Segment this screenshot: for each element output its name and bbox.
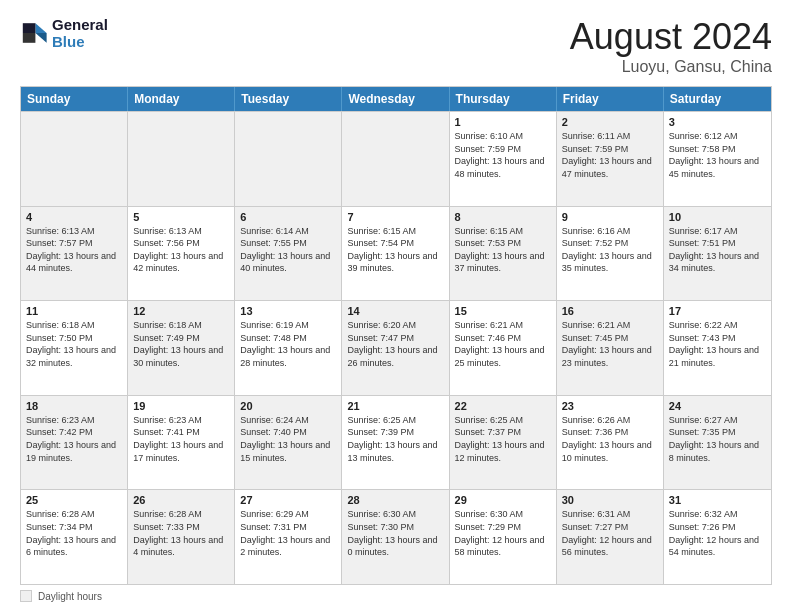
calendar-week-4: 18Sunrise: 6:23 AM Sunset: 7:42 PM Dayli… — [21, 395, 771, 490]
weekday-header-friday: Friday — [557, 87, 664, 111]
calendar-cell — [128, 112, 235, 206]
calendar-cell: 30Sunrise: 6:31 AM Sunset: 7:27 PM Dayli… — [557, 490, 664, 584]
calendar-cell: 29Sunrise: 6:30 AM Sunset: 7:29 PM Dayli… — [450, 490, 557, 584]
calendar-cell — [235, 112, 342, 206]
day-number: 30 — [562, 494, 658, 506]
calendar-cell: 24Sunrise: 6:27 AM Sunset: 7:35 PM Dayli… — [664, 396, 771, 490]
calendar-cell: 15Sunrise: 6:21 AM Sunset: 7:46 PM Dayli… — [450, 301, 557, 395]
day-number: 14 — [347, 305, 443, 317]
calendar-cell: 25Sunrise: 6:28 AM Sunset: 7:34 PM Dayli… — [21, 490, 128, 584]
day-info: Sunrise: 6:24 AM Sunset: 7:40 PM Dayligh… — [240, 414, 336, 464]
svg-rect-3 — [23, 33, 36, 43]
calendar-cell: 11Sunrise: 6:18 AM Sunset: 7:50 PM Dayli… — [21, 301, 128, 395]
calendar-cell: 1Sunrise: 6:10 AM Sunset: 7:59 PM Daylig… — [450, 112, 557, 206]
day-info: Sunrise: 6:18 AM Sunset: 7:50 PM Dayligh… — [26, 319, 122, 369]
day-number: 24 — [669, 400, 766, 412]
day-number: 19 — [133, 400, 229, 412]
day-number: 21 — [347, 400, 443, 412]
day-number: 9 — [562, 211, 658, 223]
calendar: SundayMondayTuesdayWednesdayThursdayFrid… — [20, 86, 772, 585]
day-number: 3 — [669, 116, 766, 128]
day-info: Sunrise: 6:13 AM Sunset: 7:57 PM Dayligh… — [26, 225, 122, 275]
calendar-week-3: 11Sunrise: 6:18 AM Sunset: 7:50 PM Dayli… — [21, 300, 771, 395]
weekday-header-saturday: Saturday — [664, 87, 771, 111]
calendar-cell — [342, 112, 449, 206]
day-number: 13 — [240, 305, 336, 317]
calendar-cell: 23Sunrise: 6:26 AM Sunset: 7:36 PM Dayli… — [557, 396, 664, 490]
calendar-cell: 22Sunrise: 6:25 AM Sunset: 7:37 PM Dayli… — [450, 396, 557, 490]
day-info: Sunrise: 6:15 AM Sunset: 7:54 PM Dayligh… — [347, 225, 443, 275]
calendar-cell: 5Sunrise: 6:13 AM Sunset: 7:56 PM Daylig… — [128, 207, 235, 301]
footer-note: Daylight hours — [20, 590, 772, 602]
day-number: 23 — [562, 400, 658, 412]
calendar-cell: 13Sunrise: 6:19 AM Sunset: 7:48 PM Dayli… — [235, 301, 342, 395]
day-info: Sunrise: 6:10 AM Sunset: 7:59 PM Dayligh… — [455, 130, 551, 180]
logo: General Blue — [20, 16, 108, 50]
day-info: Sunrise: 6:31 AM Sunset: 7:27 PM Dayligh… — [562, 508, 658, 558]
day-number: 2 — [562, 116, 658, 128]
day-info: Sunrise: 6:28 AM Sunset: 7:33 PM Dayligh… — [133, 508, 229, 558]
calendar-header: SundayMondayTuesdayWednesdayThursdayFrid… — [21, 87, 771, 111]
calendar-week-5: 25Sunrise: 6:28 AM Sunset: 7:34 PM Dayli… — [21, 489, 771, 584]
day-number: 31 — [669, 494, 766, 506]
day-number: 4 — [26, 211, 122, 223]
logo-icon — [20, 19, 48, 47]
calendar-cell: 10Sunrise: 6:17 AM Sunset: 7:51 PM Dayli… — [664, 207, 771, 301]
day-info: Sunrise: 6:22 AM Sunset: 7:43 PM Dayligh… — [669, 319, 766, 369]
day-info: Sunrise: 6:13 AM Sunset: 7:56 PM Dayligh… — [133, 225, 229, 275]
day-number: 22 — [455, 400, 551, 412]
weekday-header-monday: Monday — [128, 87, 235, 111]
day-info: Sunrise: 6:25 AM Sunset: 7:39 PM Dayligh… — [347, 414, 443, 464]
day-number: 1 — [455, 116, 551, 128]
calendar-cell: 6Sunrise: 6:14 AM Sunset: 7:55 PM Daylig… — [235, 207, 342, 301]
calendar-cell: 31Sunrise: 6:32 AM Sunset: 7:26 PM Dayli… — [664, 490, 771, 584]
day-number: 29 — [455, 494, 551, 506]
shaded-box — [20, 590, 32, 602]
day-number: 28 — [347, 494, 443, 506]
day-info: Sunrise: 6:23 AM Sunset: 7:42 PM Dayligh… — [26, 414, 122, 464]
day-number: 7 — [347, 211, 443, 223]
calendar-cell: 21Sunrise: 6:25 AM Sunset: 7:39 PM Dayli… — [342, 396, 449, 490]
calendar-cell: 19Sunrise: 6:23 AM Sunset: 7:41 PM Dayli… — [128, 396, 235, 490]
day-number: 18 — [26, 400, 122, 412]
day-info: Sunrise: 6:30 AM Sunset: 7:29 PM Dayligh… — [455, 508, 551, 558]
day-info: Sunrise: 6:25 AM Sunset: 7:37 PM Dayligh… — [455, 414, 551, 464]
day-number: 15 — [455, 305, 551, 317]
calendar-cell: 26Sunrise: 6:28 AM Sunset: 7:33 PM Dayli… — [128, 490, 235, 584]
day-info: Sunrise: 6:32 AM Sunset: 7:26 PM Dayligh… — [669, 508, 766, 558]
day-number: 25 — [26, 494, 122, 506]
calendar-week-2: 4Sunrise: 6:13 AM Sunset: 7:57 PM Daylig… — [21, 206, 771, 301]
calendar-cell: 2Sunrise: 6:11 AM Sunset: 7:59 PM Daylig… — [557, 112, 664, 206]
day-info: Sunrise: 6:20 AM Sunset: 7:47 PM Dayligh… — [347, 319, 443, 369]
day-info: Sunrise: 6:23 AM Sunset: 7:41 PM Dayligh… — [133, 414, 229, 464]
day-number: 8 — [455, 211, 551, 223]
calendar-week-1: 1Sunrise: 6:10 AM Sunset: 7:59 PM Daylig… — [21, 111, 771, 206]
calendar-cell: 20Sunrise: 6:24 AM Sunset: 7:40 PM Dayli… — [235, 396, 342, 490]
calendar-cell: 4Sunrise: 6:13 AM Sunset: 7:57 PM Daylig… — [21, 207, 128, 301]
footer-label: Daylight hours — [38, 591, 102, 602]
day-number: 20 — [240, 400, 336, 412]
day-info: Sunrise: 6:16 AM Sunset: 7:52 PM Dayligh… — [562, 225, 658, 275]
logo-text: General Blue — [52, 16, 108, 50]
day-info: Sunrise: 6:29 AM Sunset: 7:31 PM Dayligh… — [240, 508, 336, 558]
day-info: Sunrise: 6:12 AM Sunset: 7:58 PM Dayligh… — [669, 130, 766, 180]
calendar-cell: 9Sunrise: 6:16 AM Sunset: 7:52 PM Daylig… — [557, 207, 664, 301]
month-title: August 2024 — [570, 16, 772, 58]
day-info: Sunrise: 6:18 AM Sunset: 7:49 PM Dayligh… — [133, 319, 229, 369]
svg-marker-0 — [35, 23, 46, 33]
title-block: August 2024 Luoyu, Gansu, China — [570, 16, 772, 76]
day-number: 12 — [133, 305, 229, 317]
day-info: Sunrise: 6:15 AM Sunset: 7:53 PM Dayligh… — [455, 225, 551, 275]
day-info: Sunrise: 6:17 AM Sunset: 7:51 PM Dayligh… — [669, 225, 766, 275]
weekday-header-wednesday: Wednesday — [342, 87, 449, 111]
calendar-cell: 3Sunrise: 6:12 AM Sunset: 7:58 PM Daylig… — [664, 112, 771, 206]
calendar-cell: 12Sunrise: 6:18 AM Sunset: 7:49 PM Dayli… — [128, 301, 235, 395]
svg-rect-2 — [23, 23, 36, 33]
calendar-cell: 17Sunrise: 6:22 AM Sunset: 7:43 PM Dayli… — [664, 301, 771, 395]
calendar-cell: 7Sunrise: 6:15 AM Sunset: 7:54 PM Daylig… — [342, 207, 449, 301]
weekday-header-tuesday: Tuesday — [235, 87, 342, 111]
calendar-cell: 8Sunrise: 6:15 AM Sunset: 7:53 PM Daylig… — [450, 207, 557, 301]
day-info: Sunrise: 6:27 AM Sunset: 7:35 PM Dayligh… — [669, 414, 766, 464]
day-info: Sunrise: 6:26 AM Sunset: 7:36 PM Dayligh… — [562, 414, 658, 464]
calendar-body: 1Sunrise: 6:10 AM Sunset: 7:59 PM Daylig… — [21, 111, 771, 584]
